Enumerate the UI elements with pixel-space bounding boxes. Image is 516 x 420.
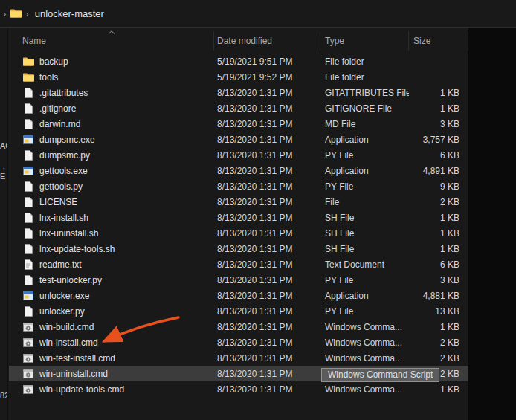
file-name-cell: backup: [9, 56, 214, 68]
file-icon: [22, 243, 34, 255]
file-row[interactable]: dumpsmc.exe8/13/2020 1:31 PMApplication3…: [9, 132, 468, 147]
file-row[interactable]: darwin.md8/13/2020 1:31 PMMD File3 KB: [9, 116, 468, 132]
file-size: 2 KB: [409, 197, 468, 207]
file-type: Windows Comma...: [320, 337, 409, 348]
breadcrumb-folder-name[interactable]: unlocker-master: [32, 8, 107, 19]
file-name: readme.txt: [39, 259, 82, 270]
cmd-icon: [22, 337, 34, 349]
column-header-name[interactable]: Name: [9, 31, 214, 51]
file-name: .gitignore: [39, 103, 76, 114]
file-size: 1 KB: [409, 213, 468, 223]
file-type: Text Document: [320, 259, 409, 270]
file-name: lnx-update-tools.sh: [39, 244, 115, 254]
file-size: 1 KB: [409, 228, 468, 239]
file-icon: [22, 149, 34, 161]
column-header-size-label: Size: [413, 36, 430, 46]
file-name-cell: lnx-update-tools.sh: [9, 243, 214, 255]
column-header-type[interactable]: Type: [320, 31, 409, 51]
file-size: 13 KB: [409, 306, 468, 317]
file-date-modified: 8/13/2020 1:31 PM: [214, 197, 320, 207]
file-size: 3 KB: [409, 119, 468, 129]
file-type: PY File: [320, 306, 409, 317]
folder-icon: [22, 56, 34, 68]
file-type: Application: [320, 291, 409, 301]
app-icon: [22, 134, 34, 146]
file-row[interactable]: lnx-uninstall.sh8/13/2020 1:31 PMSH File…: [9, 225, 468, 241]
file-row[interactable]: backup5/19/2021 9:51 PMFile folder: [9, 54, 468, 69]
file-name-cell: LICENSE: [9, 196, 214, 208]
file-icon: [22, 87, 34, 99]
file-row[interactable]: lnx-install.sh8/13/2020 1:31 PMSH File1 …: [9, 210, 468, 225]
file-row[interactable]: lnx-update-tools.sh8/13/2020 1:31 PMSH F…: [9, 241, 468, 256]
file-name: gettools.exe: [39, 166, 88, 176]
file-date-modified: 8/13/2020 1:31 PM: [214, 244, 320, 254]
file-name: darwin.md: [39, 119, 80, 129]
file-row[interactable]: gettools.py8/13/2020 1:31 PMPY File9 KB: [9, 178, 468, 194]
cmd-icon: [22, 352, 34, 364]
file-type: Windows Comma...: [320, 384, 409, 395]
folder-icon[interactable]: [10, 7, 22, 19]
file-date-modified: 8/13/2020 1:31 PM: [214, 166, 320, 176]
file-date-modified: 8/13/2020 1:31 PM: [214, 369, 320, 379]
text-file-icon: [22, 259, 34, 271]
file-row[interactable]: win-update-tools.cmd8/13/2020 1:31 PMWin…: [9, 381, 468, 397]
file-name-cell: dumpsmc.py: [9, 149, 214, 161]
file-type: GITATTRIBUTES File: [320, 88, 409, 98]
file-name: unlocker.exe: [39, 291, 89, 301]
file-type: MD File: [320, 119, 409, 129]
file-icon: [22, 118, 34, 130]
file-row[interactable]: readme.txt8/13/2020 1:31 PMText Document…: [9, 256, 468, 272]
file-name: lnx-uninstall.sh: [39, 228, 98, 239]
file-type: Application: [320, 135, 409, 145]
file-row[interactable]: gettools.exe8/13/2020 1:31 PMApplication…: [9, 163, 468, 178]
file-size: 6 KB: [409, 259, 468, 270]
file-row[interactable]: .gitattributes8/13/2020 1:31 PMGITATTRIB…: [9, 85, 468, 100]
file-size: 6 KB: [409, 150, 468, 161]
file-icon: [22, 227, 34, 239]
file-row[interactable]: LICENSE8/13/2020 1:31 PMFile2 KB: [9, 194, 468, 210]
navigation-pane-cropped: AC-,E82: [0, 28, 8, 420]
file-name-cell: win-uninstall.cmd: [9, 368, 214, 380]
left-pane-fragment[interactable]: AC: [0, 141, 8, 150]
file-name: tools: [39, 72, 58, 83]
file-name-cell: dumpsmc.exe: [9, 134, 214, 146]
left-pane-fragment[interactable]: -,: [0, 161, 5, 170]
file-row[interactable]: unlocker.exe8/13/2020 1:31 PMApplication…: [9, 288, 468, 303]
file-name-cell: win-update-tools.cmd: [9, 384, 214, 395]
file-size: 9 KB: [409, 181, 468, 192]
file-size: 1 KB: [409, 244, 468, 254]
file-name-cell: unlocker.exe: [9, 290, 214, 302]
column-header-size[interactable]: Size: [409, 31, 468, 51]
file-type: SH File: [320, 213, 409, 223]
left-pane-fragment[interactable]: 82: [0, 391, 8, 400]
file-type: File: [320, 197, 409, 207]
file-row[interactable]: win-install.cmd8/13/2020 1:31 PMWindows …: [9, 335, 468, 350]
cmd-icon: [22, 368, 34, 380]
file-date-modified: 8/13/2020 1:31 PM: [214, 228, 320, 239]
chevron-right-icon[interactable]: ›: [0, 8, 9, 19]
file-type: File folder: [320, 72, 409, 83]
file-size: 1 KB: [409, 88, 468, 98]
file-date-modified: 8/13/2020 1:31 PM: [214, 291, 320, 301]
file-name: gettools.py: [39, 181, 83, 192]
file-icon: [22, 181, 34, 193]
file-row[interactable]: .gitignore8/13/2020 1:31 PMGITIGNORE Fil…: [9, 100, 468, 116]
file-row[interactable]: unlocker.py8/13/2020 1:31 PMPY File13 KB: [9, 303, 468, 319]
file-name-cell: .gitattributes: [9, 87, 214, 99]
file-name-cell: lnx-uninstall.sh: [9, 227, 214, 239]
file-row[interactable]: dumpsmc.py8/13/2020 1:31 PMPY File6 KB: [9, 147, 468, 163]
file-row[interactable]: test-unlocker.py8/13/2020 1:31 PMPY File…: [9, 272, 468, 288]
column-header-date-modified[interactable]: Date modified: [214, 31, 320, 51]
file-name-cell: win-install.cmd: [9, 337, 214, 349]
file-date-modified: 8/13/2020 1:31 PM: [214, 181, 320, 192]
column-header-type-label: Type: [325, 36, 344, 46]
file-row[interactable]: win-build.cmd8/13/2020 1:31 PMWindows Co…: [9, 319, 468, 335]
file-size: 2 KB: [409, 337, 468, 348]
file-date-modified: 8/13/2020 1:31 PM: [214, 384, 320, 395]
chevron-right-icon[interactable]: ›: [22, 8, 31, 19]
file-icon: [22, 212, 34, 224]
file-row[interactable]: tools5/19/2021 9:52 PMFile folder: [9, 69, 468, 85]
file-name: dumpsmc.exe: [39, 135, 95, 145]
file-row[interactable]: win-test-install.cmd8/13/2020 1:31 PMWin…: [9, 350, 468, 366]
left-pane-fragment[interactable]: E: [0, 172, 5, 181]
